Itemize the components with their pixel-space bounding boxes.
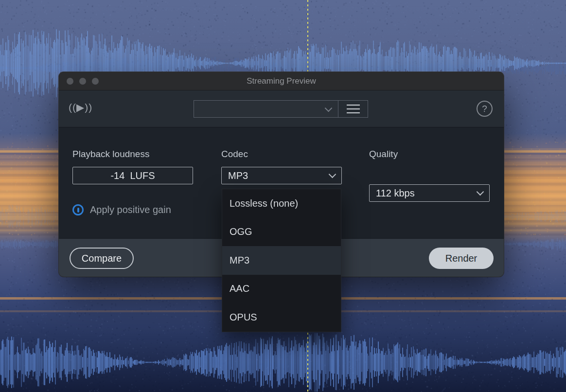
codec-menu: Lossless (none) OGG MP3 AAC OPUS [222, 189, 341, 332]
hamburger-menu-button[interactable] [338, 100, 368, 118]
preview-audition-icon[interactable]: ((▶)) [69, 102, 92, 113]
compare-button[interactable]: Compare [70, 248, 134, 269]
codec-option[interactable]: AAC [222, 275, 341, 303]
gain-toggle-label: Apply positive gain [90, 204, 171, 215]
help-icon: ? [482, 104, 487, 114]
screen: Streaming Preview ((▶)) ? Playback loudn… [0, 0, 566, 392]
codec-option[interactable]: OGG [222, 218, 341, 247]
loudness-label: Playback loudness [72, 149, 149, 160]
chevron-down-icon [329, 171, 336, 178]
zoom-button[interactable] [92, 78, 99, 85]
codec-value: MP3 [228, 170, 248, 181]
preset-group [194, 100, 368, 118]
codec-dropdown[interactable]: MP3 [221, 167, 342, 184]
traffic-lights [67, 78, 99, 85]
loudness-field[interactable]: -14 LUFS [72, 167, 193, 184]
quality-dropdown[interactable]: 112 kbps [369, 184, 490, 202]
minimize-button[interactable] [79, 78, 86, 85]
hamburger-icon [347, 105, 360, 106]
toolbar: ((▶)) ? [59, 90, 504, 127]
streaming-preview-window: Streaming Preview ((▶)) ? Playback loudn… [59, 72, 504, 277]
chevron-down-icon [325, 105, 333, 112]
quality-label: Quality [369, 149, 398, 160]
render-button[interactable]: Render [429, 248, 494, 269]
window-title: Streaming Preview [59, 76, 504, 86]
chevron-down-icon [477, 188, 484, 196]
codec-option[interactable]: Lossless (none) [222, 189, 341, 218]
help-button[interactable]: ? [477, 101, 493, 117]
close-button[interactable] [67, 78, 73, 85]
preset-select[interactable] [194, 100, 338, 118]
codec-option[interactable]: OPUS [222, 303, 341, 332]
gain-toggle-row: Apply positive gain [72, 204, 171, 215]
loudness-value: -14 LUFS [110, 170, 155, 181]
codec-option[interactable]: MP3 [222, 246, 341, 275]
titlebar[interactable]: Streaming Preview [59, 72, 504, 90]
codec-label: Codec [221, 149, 248, 160]
gain-toggle[interactable] [72, 204, 84, 215]
quality-value: 112 kbps [376, 188, 415, 199]
